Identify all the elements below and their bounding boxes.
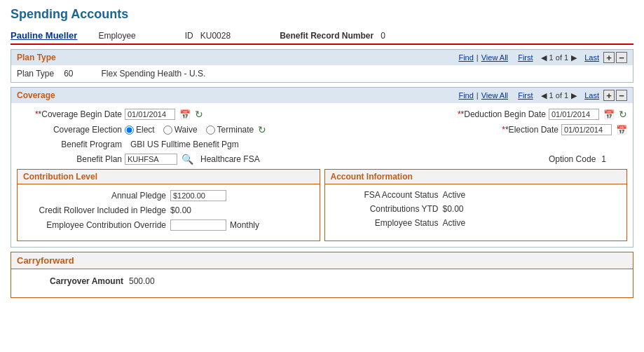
plan-type-field-label: Plan Type	[17, 69, 54, 79]
account-title: Account Information	[331, 172, 413, 182]
coverage-election-label: Coverage Election	[17, 125, 122, 135]
credit-rollover-value: $0.00	[170, 205, 191, 215]
annual-pledge-input[interactable]	[170, 190, 226, 201]
waive-radio-option[interactable]: Waive	[163, 125, 198, 135]
coverage-remove-button[interactable]: −	[616, 90, 627, 101]
plan-type-nav: Find | View All First ◀ 1 of 1 ▶ Last	[458, 53, 599, 62]
coverage-section: Coverage Find | View All First ◀ 1 of 1 …	[11, 87, 633, 248]
plan-type-section: Plan Type Find | View All First ◀ 1 of 1…	[11, 49, 633, 83]
coverage-viewall-link[interactable]: View All	[481, 91, 508, 100]
employee-bar: Pauline Mueller Employee ID KU0028 Benef…	[11, 27, 633, 45]
plan-type-next-arrow[interactable]: ▶	[571, 53, 577, 62]
carryforward-title: Carryforward	[17, 255, 74, 266]
employee-status-row: Employee Status Active	[331, 218, 622, 228]
fsa-status-label: FSA Account Status	[331, 190, 443, 200]
contribution-body: Annual Pledge Credit Rollover Included i…	[18, 184, 320, 241]
coverage-last-label[interactable]: Last	[584, 91, 599, 100]
benefit-program-row: Benefit Program GBI US Fulltime Benefit …	[17, 140, 627, 149]
dates-row: **Coverage Begin Date 📅 ↻ **Deduction Be…	[17, 109, 627, 120]
first-label[interactable]: First	[518, 53, 533, 62]
annual-pledge-label: Annual Pledge	[23, 191, 170, 201]
carryover-amount-value: 500.00	[129, 276, 155, 286]
credit-rollover-label: Credit Rollover Included in Pledge	[23, 205, 170, 215]
election-date-label: **Election Date	[502, 125, 559, 135]
plan-type-add-remove: + −	[603, 52, 627, 63]
plan-type-nav-count: 1 of 1	[549, 53, 569, 62]
carryforward-section: Carryforward Carryover Amount 500.00	[11, 252, 633, 298]
contribution-header: Contribution Level	[18, 170, 320, 184]
elect-radio-option[interactable]: Elect	[125, 125, 155, 135]
account-body: FSA Account Status Active Contributions …	[325, 184, 627, 238]
election-refresh-icon[interactable]: ↻	[258, 124, 266, 135]
election-date-input[interactable]	[561, 124, 612, 135]
waive-label: Waive	[174, 125, 198, 135]
deduction-begin-refresh-icon[interactable]: ↻	[619, 109, 627, 120]
coverage-add-remove: + −	[603, 90, 627, 101]
option-code-label: Option Code	[549, 154, 596, 164]
employee-id: KU0028	[200, 31, 231, 41]
contributions-ytd-label: Contributions YTD	[331, 204, 443, 214]
employee-status-value: Active	[443, 218, 466, 228]
terminate-radio-option[interactable]: Terminate	[206, 125, 254, 135]
elect-label: Elect	[136, 125, 155, 135]
employee-contrib-override-label: Employee Contribution Override	[23, 220, 170, 230]
fsa-status-row: FSA Account Status Active	[331, 190, 622, 200]
plan-type-remove-button[interactable]: −	[616, 52, 627, 63]
elect-radio[interactable]	[125, 126, 134, 135]
plan-type-viewall-link[interactable]: View All	[481, 53, 508, 62]
coverage-first-label[interactable]: First	[518, 91, 533, 100]
plan-type-title: Plan Type	[17, 53, 56, 62]
id-label: ID	[185, 31, 193, 41]
deduction-begin-date-label: **Deduction Begin Date	[458, 109, 546, 119]
benefit-plan-row: Benefit Plan 🔍 Healthcare FSA Option Cod…	[17, 154, 627, 165]
coverage-begin-calendar-icon[interactable]: 📅	[179, 109, 191, 120]
coverage-prev-arrow[interactable]: ◀	[541, 91, 547, 100]
carryover-amount-row: Carryover Amount 500.00	[17, 276, 627, 286]
coverage-header: Coverage Find | View All First ◀ 1 of 1 …	[11, 88, 633, 103]
page-container: Spending Accounts Pauline Mueller Employ…	[0, 0, 644, 309]
carryforward-header: Carryforward	[11, 252, 633, 269]
page-title: Spending Accounts	[11, 7, 633, 22]
benefit-plan-search-icon[interactable]: 🔍	[181, 154, 193, 165]
account-header: Account Information	[325, 170, 627, 184]
coverage-title: Coverage	[17, 90, 55, 100]
coverage-election-radio-group: Elect Waive Terminate	[125, 125, 254, 135]
plan-type-value: 60	[64, 69, 73, 79]
benefit-plan-input[interactable]	[125, 154, 177, 165]
coverage-begin-date-input[interactable]	[125, 109, 175, 120]
employee-contrib-override-input[interactable]	[170, 219, 226, 231]
contribution-title: Contribution Level	[23, 172, 97, 182]
election-calendar-icon[interactable]: 📅	[616, 125, 627, 135]
monthly-label: Monthly	[230, 220, 259, 230]
annual-pledge-row: Annual Pledge	[23, 190, 314, 201]
coverage-add-button[interactable]: +	[603, 90, 615, 101]
deduction-begin-calendar-icon[interactable]: 📅	[603, 109, 615, 120]
benefit-plan-label: Benefit Plan	[17, 154, 122, 164]
benefit-program-label: Benefit Program	[17, 140, 122, 149]
coverage-nav: Find | View All First ◀ 1 of 1 ▶ Last	[458, 91, 599, 100]
election-row: Coverage Election Elect Waive Termina	[17, 124, 627, 135]
plan-type-prev-arrow[interactable]: ◀	[541, 53, 547, 62]
plan-type-add-button[interactable]: +	[603, 52, 615, 63]
benefit-plan-desc: Healthcare FSA	[200, 154, 260, 164]
terminate-radio[interactable]	[206, 126, 215, 135]
benefit-program-value: GBI US Fulltime Benefit Pgm	[130, 140, 239, 149]
contribution-section: Contribution Level Annual Pledge Credit …	[17, 169, 320, 241]
coverage-begin-refresh-icon[interactable]: ↻	[195, 109, 203, 120]
coverage-body: **Coverage Begin Date 📅 ↻ **Deduction Be…	[11, 103, 633, 247]
coverage-find-link[interactable]: Find	[458, 91, 473, 100]
plan-type-find-link[interactable]: Find	[458, 53, 473, 62]
terminate-label: Terminate	[217, 125, 254, 135]
deduction-begin-date-input[interactable]	[549, 109, 599, 120]
brn-label: Benefit Record Number	[280, 31, 374, 41]
coverage-begin-date-label: **Coverage Begin Date	[17, 109, 122, 119]
waive-radio[interactable]	[163, 126, 172, 135]
plan-type-body: Plan Type 60 Flex Spending Health - U.S.	[11, 65, 633, 82]
employee-name[interactable]: Pauline Mueller	[11, 30, 77, 41]
bottom-columns: Contribution Level Annual Pledge Credit …	[17, 169, 627, 241]
employee-status-label: Employee Status	[331, 218, 443, 228]
account-section: Account Information FSA Account Status A…	[324, 169, 628, 241]
last-label[interactable]: Last	[584, 53, 599, 62]
credit-rollover-row: Credit Rollover Included in Pledge $0.00	[23, 205, 314, 215]
coverage-next-arrow[interactable]: ▶	[571, 91, 577, 100]
